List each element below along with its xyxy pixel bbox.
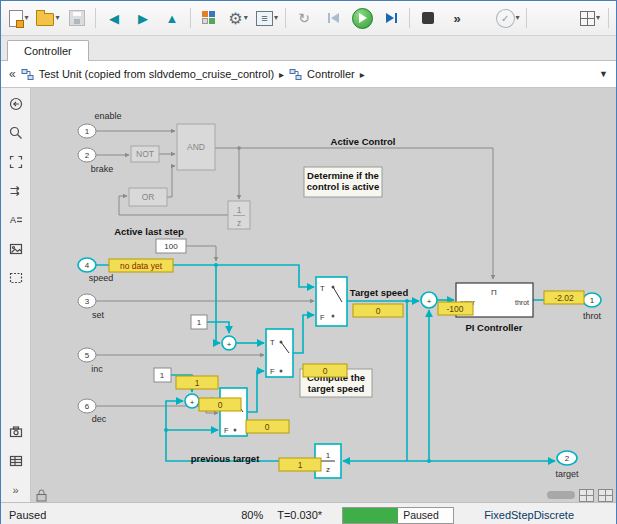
breadcrumb-separator-icon[interactable]: ▸ [360, 69, 365, 80]
breadcrumb-item-controller[interactable]: Controller [307, 68, 355, 80]
viewers-button[interactable] [4, 422, 28, 442]
signal-switch2-out[interactable] [293, 315, 314, 353]
outport-throt[interactable]: 1 throt [583, 293, 602, 321]
switch3-block[interactable]: T F [220, 388, 247, 436]
library-browser-button[interactable] [195, 5, 223, 31]
toolbar-separator [526, 8, 527, 28]
inport-set[interactable]: 3 set [78, 294, 104, 320]
simulink-window: ▾ ▾ ◀ ▶ ▲ ⚙ ▾ ≡ [0, 0, 617, 524]
new-model-button[interactable]: ▾ [5, 5, 33, 31]
signal-speed-branch[interactable] [216, 265, 220, 343]
badge-sum3-zero[interactable]: 0 [199, 398, 241, 411]
run-button[interactable] [348, 5, 376, 31]
badge-pi-out[interactable]: -2.02 [544, 291, 584, 304]
outport-target[interactable]: 2 target [555, 451, 579, 479]
inport-speed[interactable]: 4 speed [78, 258, 113, 283]
toolbar-overflow-button[interactable]: » [443, 5, 471, 31]
badge-switch2-zero[interactable]: 0 [303, 364, 347, 377]
open-button[interactable]: ▾ [34, 5, 62, 31]
svg-text:target: target [555, 469, 579, 479]
canvas-grid-button[interactable] [598, 489, 613, 502]
simulation-manager-button[interactable]: ≡ ▾ [253, 5, 281, 31]
inport-dec[interactable]: 6 dec [78, 399, 107, 424]
signal-const1a[interactable] [207, 322, 229, 333]
model-icon [289, 68, 302, 81]
svg-text:+: + [190, 398, 195, 407]
image-button[interactable] [4, 239, 28, 259]
browser-toggle-button[interactable] [4, 94, 28, 114]
editor-palette: A [1, 88, 31, 502]
signal-or-out[interactable] [167, 166, 175, 197]
annotation-determine[interactable]: Determine if the control is active [304, 167, 382, 197]
inport-brake[interactable]: 2 brake [78, 148, 113, 174]
signal-table-button[interactable] [4, 451, 28, 471]
inport-enable[interactable]: 1 enable [78, 111, 122, 138]
svg-text:T: T [270, 338, 275, 347]
model-canvas[interactable]: 1 enable 2 brake 4 speed 3 set [31, 88, 616, 488]
tab-controller[interactable]: Controller [7, 40, 89, 61]
sim-progress-bar: Paused [342, 507, 454, 524]
model-icon [21, 68, 34, 81]
toolbar-separator [285, 8, 286, 28]
or-block[interactable]: OR [129, 188, 167, 206]
fit-to-view-button[interactable] [4, 152, 28, 172]
constant-100-block[interactable]: 100 [156, 239, 186, 253]
verify-button[interactable]: ✓ ▾ [494, 5, 522, 31]
breadcrumb-collapse-icon[interactable]: « [9, 67, 16, 81]
not-block[interactable]: NOT [131, 146, 159, 162]
svg-text:T: T [320, 284, 325, 293]
up-to-parent-button[interactable]: ▲ [158, 5, 186, 31]
tab-bar: Controller [1, 36, 616, 61]
horizontal-scrollbar[interactable] [547, 491, 575, 499]
and-block[interactable]: AND [177, 124, 215, 170]
signal-routing-button[interactable] [4, 181, 28, 201]
badge-inc-one[interactable]: 1 [176, 376, 218, 389]
zoom-button[interactable] [4, 123, 28, 143]
canvas-views-button[interactable] [579, 489, 594, 502]
sum3-block[interactable]: + [185, 394, 199, 408]
toolbar: ▾ ▾ ◀ ▶ ▲ ⚙ ▾ ≡ [1, 1, 616, 36]
lock-icon[interactable] [34, 488, 49, 502]
chevron-down-icon: ▾ [596, 14, 600, 22]
fast-restart-button[interactable]: ↻ [290, 5, 318, 31]
solver-name[interactable]: FixedStepDiscrete [484, 509, 574, 521]
constant-1b-block[interactable]: 1 [154, 368, 171, 382]
back-button[interactable]: ◀ [100, 5, 128, 31]
palette-more-button[interactable]: » [4, 480, 28, 500]
breadcrumb-separator-icon[interactable]: ▸ [279, 69, 284, 80]
switch2-block[interactable]: T F [266, 329, 293, 377]
breadcrumb: « Test Unit (copied from sldvdemo_cruise… [1, 61, 616, 88]
badge-pi-in[interactable]: -100 [438, 302, 473, 315]
badge-switch3-zero[interactable]: 0 [246, 420, 289, 433]
svg-text:5: 5 [85, 351, 90, 360]
inport-inc[interactable]: 5 inc [78, 348, 103, 374]
area-button[interactable] [4, 268, 28, 288]
sum1-block[interactable]: + [421, 292, 437, 308]
forward-button[interactable]: ▶ [129, 5, 157, 31]
step-back-button[interactable] [319, 5, 347, 31]
breadcrumb-dropdown-icon[interactable]: ▼ [599, 69, 608, 79]
constant-1a-block[interactable]: 1 [191, 315, 207, 329]
save-button[interactable] [63, 5, 91, 31]
annotation-button[interactable]: A [4, 210, 28, 230]
back-icon: ◀ [109, 11, 119, 26]
stop-button[interactable] [414, 5, 442, 31]
svg-text:set: set [92, 310, 105, 320]
route-arrows-icon [9, 184, 23, 198]
step-forward-button[interactable] [377, 5, 405, 31]
step-back-icon [328, 13, 339, 23]
signal-switch3-out[interactable] [247, 371, 264, 412]
badge-no-data-yet[interactable]: no data yet [109, 259, 173, 272]
unit-delay1-block[interactable]: 1 z [228, 201, 250, 229]
badge-prev-target[interactable]: 1 [279, 458, 321, 471]
model-settings-button[interactable]: ⚙ ▾ [224, 5, 252, 31]
signal-const100[interactable] [186, 246, 216, 261]
svg-text:1: 1 [160, 371, 165, 380]
breadcrumb-item-test-unit[interactable]: Test Unit (copied from sldvdemo_cruise_c… [39, 68, 274, 80]
sum2-block[interactable]: + [222, 336, 236, 350]
switch1-block[interactable]: T F [316, 277, 347, 326]
target-speed-label: Target speed [350, 287, 409, 298]
zoom-level: 80% [241, 509, 263, 521]
data-inspector-button[interactable]: ▾ [576, 5, 604, 31]
badge-target-speed[interactable]: 0 [353, 304, 403, 317]
